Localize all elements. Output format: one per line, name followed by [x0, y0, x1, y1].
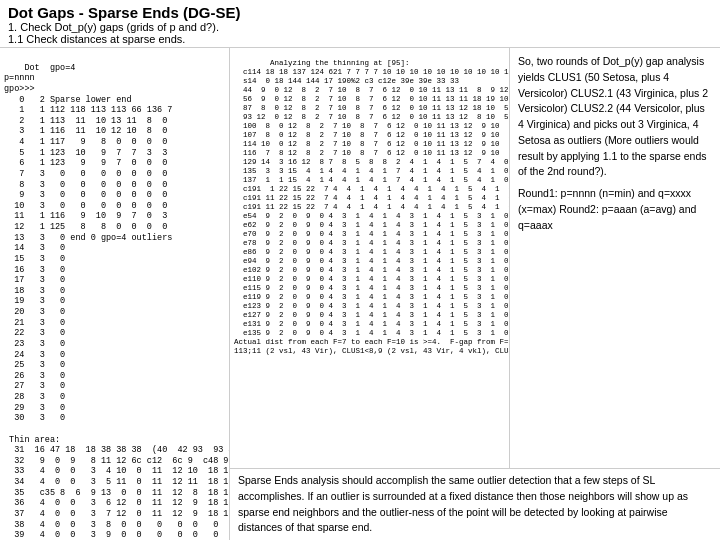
page-step: 1.1 Check distances at sparse ends.	[8, 33, 712, 45]
analysis-text-content: Analyzing the thinning at [95]: c114 18 …	[234, 59, 510, 355]
description-paragraph2: Round1: p=nnnn (n=min) and q=xxxx (x=max…	[518, 186, 712, 233]
bottom-text-panel: Sparse Ends analysis should accomplish t…	[230, 468, 720, 540]
right-panel: Analyzing the thinning at [95]: c114 18 …	[230, 48, 720, 540]
main-content: Dot gpo=4 p=nnnn gpo>>> 0 2 Sparse lower…	[0, 48, 720, 540]
left-panel-text: Dot gpo=4 p=nnnn gpo>>> 0 2 Sparse lower…	[4, 63, 230, 540]
page-title: Dot Gaps - Sparse Ends (DG-SE)	[8, 4, 712, 21]
description-paragraph1: So, two rounds of Dot_p(y) gap analysis …	[518, 54, 712, 180]
top-right: Analyzing the thinning at [95]: c114 18 …	[230, 48, 720, 468]
page-subtitle: 1. Check Dot_p(y) gaps (grids of p and d…	[8, 21, 712, 33]
description-panel: So, two rounds of Dot_p(y) gap analysis …	[510, 48, 720, 468]
left-code-panel: Dot gpo=4 p=nnnn gpo>>> 0 2 Sparse lower…	[0, 48, 230, 540]
bottom-text: Sparse Ends analysis should accomplish t…	[238, 473, 712, 536]
analysis-code-panel: Analyzing the thinning at [95]: c114 18 …	[230, 48, 510, 468]
page-header: Dot Gaps - Sparse Ends (DG-SE) 1. Check …	[0, 0, 720, 48]
